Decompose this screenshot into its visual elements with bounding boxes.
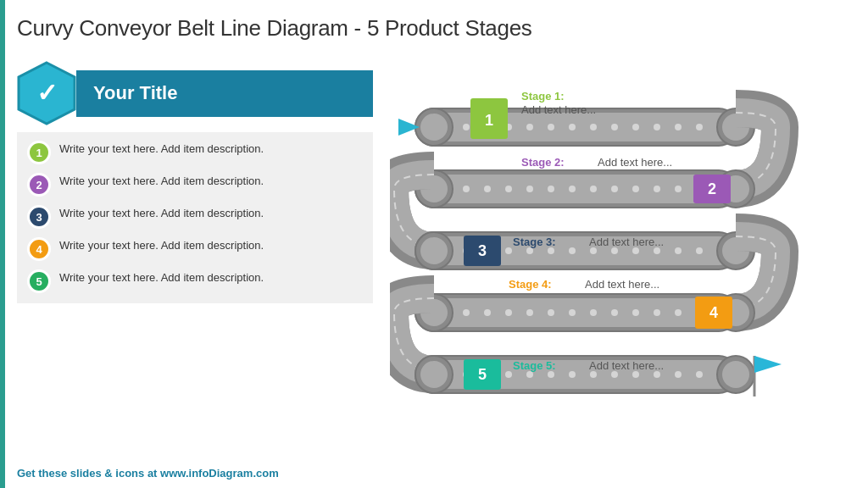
footer-brand: infoDiagram bbox=[189, 467, 253, 480]
svg-point-13 bbox=[632, 124, 639, 130]
svg-point-69 bbox=[611, 309, 618, 316]
stage-3-label-strong: Stage 3: bbox=[513, 236, 556, 248]
svg-point-56 bbox=[420, 237, 448, 264]
svg-text:4: 4 bbox=[709, 304, 718, 321]
svg-point-96 bbox=[722, 361, 749, 388]
svg-point-26 bbox=[505, 186, 512, 192]
svg-point-68 bbox=[590, 309, 597, 316]
list-text-1: Write your text here. Add item descripti… bbox=[59, 139, 264, 157]
list-circle-2: 2 bbox=[27, 173, 51, 197]
list-text-3: Write your text here. Add item descripti… bbox=[59, 203, 264, 221]
list-container: 1Write your text here. Add item descript… bbox=[17, 132, 373, 303]
svg-point-10 bbox=[569, 124, 576, 130]
conveyor-belt-diagram: 1 Stage 1: Add text here... 2 Stage 2: A… bbox=[390, 66, 856, 464]
panel-title-bar: Your Title bbox=[76, 70, 373, 117]
svg-point-51 bbox=[632, 247, 639, 254]
list-item: 4Write your text here. Add item descript… bbox=[27, 236, 363, 261]
svg-point-66 bbox=[548, 309, 554, 316]
list-item: 2Write your text here. Add item descript… bbox=[27, 171, 363, 197]
svg-text:3: 3 bbox=[478, 242, 487, 259]
left-panel: ✓ Your Title 1Write your text here. Add … bbox=[17, 61, 373, 303]
list-circle-4: 4 bbox=[27, 237, 51, 261]
svg-text:1: 1 bbox=[485, 112, 493, 129]
svg-point-5 bbox=[463, 124, 470, 130]
list-item: 5Write your text here. Add item descript… bbox=[27, 268, 363, 293]
svg-point-8 bbox=[526, 124, 533, 130]
svg-point-16 bbox=[696, 124, 703, 130]
panel-header: ✓ Your Title bbox=[17, 61, 373, 125]
svg-text:5: 5 bbox=[478, 366, 487, 383]
svg-point-88 bbox=[611, 371, 618, 378]
svg-text:✓: ✓ bbox=[36, 79, 58, 107]
svg-point-52 bbox=[654, 247, 660, 254]
page-title: Curvy Conveyor Belt Line Diagram - 5 Pro… bbox=[17, 15, 532, 42]
footer-text-after: .com bbox=[253, 467, 278, 480]
stage-1-label-text: Add text here... bbox=[521, 103, 596, 116]
stage-5-label-text: Add text here... bbox=[589, 359, 664, 372]
svg-point-50 bbox=[611, 247, 618, 254]
right-panel: 1 Stage 1: Add text here... 2 Stage 2: A… bbox=[390, 66, 856, 464]
stage-4-label-strong: Stage 4: bbox=[509, 278, 552, 291]
svg-point-25 bbox=[484, 186, 491, 192]
svg-point-45 bbox=[505, 247, 512, 254]
svg-text:2: 2 bbox=[708, 180, 716, 197]
svg-point-14 bbox=[654, 124, 660, 130]
svg-point-30 bbox=[590, 186, 597, 192]
svg-point-27 bbox=[526, 186, 533, 192]
svg-point-72 bbox=[675, 309, 682, 316]
svg-point-49 bbox=[590, 247, 597, 254]
svg-point-64 bbox=[505, 309, 512, 316]
list-circle-1: 1 bbox=[27, 141, 51, 164]
list-circle-5: 5 bbox=[27, 269, 51, 293]
svg-point-92 bbox=[696, 371, 703, 378]
svg-point-32 bbox=[632, 186, 639, 192]
svg-point-29 bbox=[569, 186, 576, 192]
hex-icon: ✓ bbox=[17, 61, 76, 125]
svg-point-63 bbox=[484, 309, 491, 316]
list-text-2: Write your text here. Add item descripti… bbox=[59, 171, 264, 189]
svg-point-18 bbox=[420, 114, 448, 141]
svg-point-65 bbox=[526, 309, 533, 316]
svg-point-70 bbox=[632, 309, 639, 316]
panel-title: Your Title bbox=[93, 82, 177, 104]
svg-point-53 bbox=[675, 247, 682, 254]
svg-point-83 bbox=[505, 371, 512, 378]
svg-point-34 bbox=[675, 186, 682, 192]
svg-point-24 bbox=[463, 186, 470, 192]
footer: Get these slides & icons at www.infoDiag… bbox=[17, 467, 279, 480]
svg-point-87 bbox=[590, 371, 597, 378]
list-text-4: Write your text here. Add item descripti… bbox=[59, 236, 264, 253]
list-text-5: Write your text here. Add item descripti… bbox=[59, 268, 264, 286]
svg-point-11 bbox=[590, 124, 597, 130]
stage-1-label-strong: Stage 1: bbox=[521, 90, 565, 103]
svg-point-54 bbox=[696, 247, 703, 254]
svg-point-15 bbox=[675, 124, 682, 130]
flag bbox=[754, 356, 782, 373]
svg-point-33 bbox=[654, 186, 660, 192]
stage-2-label-text: Add text here... bbox=[598, 156, 672, 169]
svg-point-89 bbox=[632, 371, 639, 378]
svg-point-31 bbox=[611, 186, 618, 192]
svg-point-47 bbox=[548, 247, 554, 254]
svg-point-94 bbox=[420, 361, 448, 388]
svg-point-9 bbox=[548, 124, 554, 130]
svg-point-67 bbox=[569, 309, 576, 316]
stage-2-label-strong: Stage 2: bbox=[521, 156, 565, 169]
left-accent-bar bbox=[0, 0, 5, 488]
svg-point-91 bbox=[675, 371, 682, 378]
hex-icon-container: ✓ bbox=[17, 61, 76, 125]
svg-point-28 bbox=[548, 186, 554, 192]
list-circle-3: 3 bbox=[27, 205, 51, 229]
list-item: 1Write your text here. Add item descript… bbox=[27, 139, 363, 164]
svg-point-48 bbox=[569, 247, 576, 254]
stage-5-label-strong: Stage 5: bbox=[513, 359, 556, 372]
svg-point-90 bbox=[654, 371, 660, 378]
svg-point-12 bbox=[611, 124, 618, 130]
footer-text-before: Get these slides & icons at www. bbox=[17, 467, 189, 480]
stage-3-label-text: Add text here... bbox=[589, 236, 664, 248]
svg-point-46 bbox=[526, 247, 533, 254]
svg-point-71 bbox=[654, 309, 660, 316]
svg-point-84 bbox=[526, 371, 533, 378]
stage-4-label-text: Add text here... bbox=[585, 278, 659, 291]
list-item: 3Write your text here. Add item descript… bbox=[27, 203, 363, 229]
